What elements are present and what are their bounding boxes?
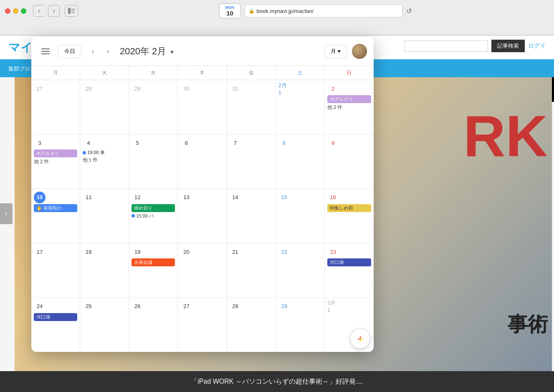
event-planning-meeting[interactable]: 企画会議	[132, 258, 175, 266]
day-number: 2月 1	[278, 83, 290, 94]
day-feb4[interactable]: 4 19:00 東 他１件	[80, 134, 129, 188]
more-events-feb2[interactable]: 他２件	[327, 104, 371, 111]
day-jan30[interactable]: 30	[178, 80, 227, 134]
day-number: 28	[83, 83, 94, 94]
day-feb13[interactable]: 13	[178, 189, 227, 243]
close-button[interactable]	[5, 8, 10, 14]
day-number-today: 10	[34, 192, 46, 203]
day-number: 27	[34, 83, 46, 94]
left-arrow-button[interactable]: ‹	[0, 203, 13, 224]
search-button[interactable]: 記事検索	[491, 40, 525, 52]
day-feb26[interactable]: 26	[129, 298, 178, 352]
day-jan28[interactable]: 28	[80, 80, 129, 134]
event-hotel-eri-feb3[interactable]: ホテルエリ	[34, 149, 77, 157]
traffic-lights	[5, 8, 26, 14]
event-deadline-feb12[interactable]: 締め切り	[132, 204, 175, 212]
today-button[interactable]: 今日	[58, 45, 81, 58]
prev-month-button[interactable]: ‹	[86, 45, 100, 58]
day-feb8[interactable]: 8	[276, 134, 325, 188]
refresh-button[interactable]: ↺	[406, 7, 412, 15]
day-mar1[interactable]: 3月 1 +	[325, 298, 374, 352]
day-number: 21	[230, 246, 241, 258]
event-kawaguchiko-feb23[interactable]: 河口湖	[327, 258, 371, 266]
event-1500-feb12[interactable]: 15:00 パ	[132, 213, 175, 219]
back-button[interactable]: ‹	[33, 5, 45, 17]
day-feb7[interactable]: 7	[227, 134, 276, 188]
day-jan31[interactable]: 31	[227, 80, 276, 134]
minimize-button[interactable]	[13, 8, 18, 14]
day-feb23[interactable]: 23 河口湖	[325, 243, 374, 297]
day-feb24[interactable]: 24 河口湖	[31, 298, 80, 352]
day-feb21[interactable]: 21	[227, 243, 276, 297]
website-search-area: 記事検索 ログイ	[405, 40, 546, 52]
day-feb1[interactable]: 2月 1	[276, 80, 325, 134]
calendar-header: 今日 ‹ › 2020年 2月 ▾ 月 ▾	[31, 37, 374, 66]
day-feb22[interactable]: 22	[276, 243, 325, 297]
fullscreen-button[interactable]	[21, 8, 26, 14]
view-selector-button[interactable]: 月 ▾	[324, 45, 347, 58]
address-bar[interactable]: 🔒 book.mynavi.jp/macfan/	[244, 4, 403, 18]
day-number: 31	[230, 83, 241, 94]
day-number: 11	[83, 192, 94, 203]
user-avatar[interactable]	[352, 44, 367, 59]
event-1900-feb4[interactable]: 19:00 東	[83, 149, 126, 156]
url-text: book.mynavi.jp/macfan/	[257, 8, 314, 14]
add-icon: +	[357, 332, 363, 345]
day-feb27[interactable]: 27	[178, 298, 227, 352]
view-dropdown-icon: ▾	[338, 48, 341, 54]
day-feb3[interactable]: 3 ホテルエリ 他２件	[31, 134, 80, 188]
day-feb20[interactable]: 20	[178, 243, 227, 297]
day-number: 3月 1	[327, 301, 339, 312]
day-number: 19	[132, 246, 143, 258]
search-input[interactable]	[405, 40, 488, 52]
weekday-thu: 木	[178, 66, 227, 80]
weekday-headers: 月 火 水 木 金 土 日	[31, 66, 374, 80]
forward-button[interactable]: ›	[48, 5, 60, 17]
sidebar-toggle-button[interactable]	[65, 5, 78, 17]
day-feb12[interactable]: 12 締め切り 15:00 パ	[129, 189, 178, 243]
day-feb16[interactable]: 16 特集しめ切	[325, 189, 374, 243]
weekday-mon: 月	[31, 66, 80, 80]
footer-banner: 「iPad WORK ～パソコンいらずの超仕事術～」好評発....	[0, 371, 554, 392]
day-feb2[interactable]: 2 ホテルエリ 他２件	[325, 80, 374, 134]
calendar-grid: 月 火 水 木 金 土 日 27 28 29 30	[31, 66, 374, 352]
day-feb10[interactable]: 10 🖐 美容院の	[31, 189, 80, 243]
day-jan29[interactable]: 29	[129, 80, 178, 134]
day-number: 9	[327, 137, 339, 149]
day-feb29[interactable]: 29	[276, 298, 325, 352]
day-feb18[interactable]: 18	[80, 243, 129, 297]
day-feb11[interactable]: 11	[80, 189, 129, 243]
event-special-deadline[interactable]: 特集しめ切	[327, 204, 371, 212]
day-number: 18	[83, 246, 94, 258]
day-feb9[interactable]: 9	[325, 134, 374, 188]
event-dot	[132, 214, 135, 217]
day-feb6[interactable]: 6	[178, 134, 227, 188]
calendar-menu-button[interactable]	[38, 44, 53, 59]
browser-titlebar: ‹ › MON 10 🔒 book.mynavi.jp/macfan/ ↺	[0, 0, 554, 22]
event-hotel-eri-feb2[interactable]: ホテルエリ	[327, 95, 371, 103]
title-dropdown-icon[interactable]: ▾	[170, 48, 174, 56]
day-feb15[interactable]: 15	[276, 189, 325, 243]
day-feb19[interactable]: 19 企画会議	[129, 243, 178, 297]
day-feb14[interactable]: 14	[227, 189, 276, 243]
more-events-feb3[interactable]: 他２件	[34, 158, 77, 165]
day-feb25[interactable]: 25	[80, 298, 129, 352]
day-number: 13	[180, 192, 192, 203]
day-feb5[interactable]: 5	[129, 134, 178, 188]
add-event-button[interactable]: +	[350, 329, 370, 349]
day-number: 15	[278, 192, 290, 203]
avatar-image	[352, 44, 367, 59]
login-link[interactable]: ログイ	[528, 42, 546, 50]
more-events-feb4[interactable]: 他１件	[83, 157, 126, 164]
event-kawaguchiko-feb24[interactable]: 河口湖	[34, 313, 77, 321]
day-number: 25	[83, 301, 94, 312]
event-beauty-salon[interactable]: 🖐 美容院の	[34, 204, 77, 212]
day-jan27[interactable]: 27	[31, 80, 80, 134]
new-tab-calendar-button[interactable]: MON 10	[219, 3, 241, 18]
calendar-week-1: 27 28 29 30 31 2月 1 2	[31, 80, 374, 134]
day-feb17[interactable]: 17	[31, 243, 80, 297]
day-number: 28	[230, 301, 241, 312]
hamburger-line-1	[41, 48, 50, 49]
day-feb28[interactable]: 28	[227, 298, 276, 352]
next-month-button[interactable]: ›	[101, 45, 115, 58]
